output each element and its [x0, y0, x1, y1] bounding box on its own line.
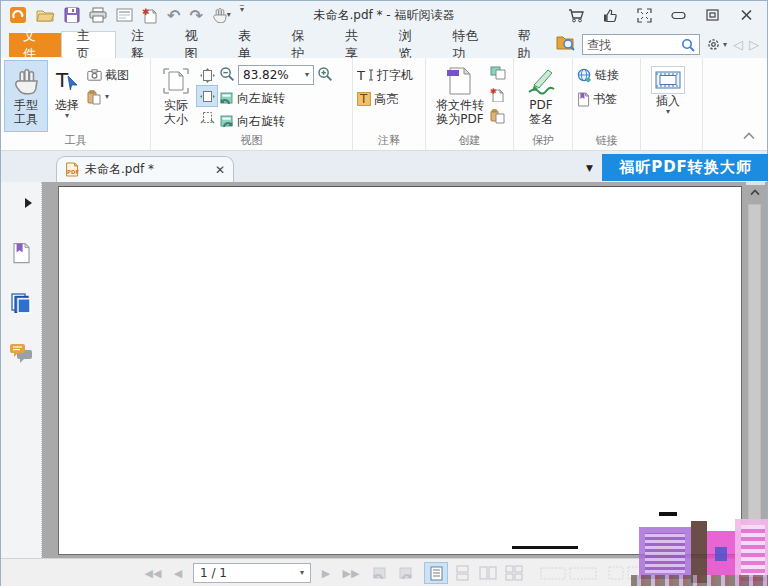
open-file-icon[interactable] — [36, 4, 55, 26]
redo-icon[interactable]: ↷ — [189, 4, 202, 26]
scroll-up-icon[interactable] — [746, 184, 763, 200]
bookmark-page-icon — [577, 92, 590, 107]
tab-view[interactable]: 视图 — [170, 32, 224, 58]
continuous-facing-view-icon[interactable] — [503, 563, 525, 583]
create-from-scanner-icon[interactable] — [490, 65, 506, 84]
convert-to-pdf-label: 将文件转换为PDF — [431, 98, 489, 126]
document-tab-close-icon[interactable]: ✕ — [215, 163, 225, 177]
convert-to-pdf-button[interactable]: 将文件转换为PDF — [430, 61, 490, 131]
document-tab[interactable]: PDF 未命名.pdf * ✕ — [56, 156, 234, 182]
status-rotate-right-icon[interactable] — [395, 563, 415, 583]
tab-file[interactable]: 文件 — [9, 33, 61, 57]
first-page-icon[interactable]: ◀◀ — [141, 563, 165, 583]
tab-list-dropdown-icon[interactable]: ▼ — [586, 163, 593, 173]
tab-comment[interactable]: 注释 — [116, 32, 170, 58]
protect-group-label: 保护 — [514, 133, 572, 148]
render-glitch-artifact — [631, 517, 768, 586]
comments-panel-icon[interactable] — [8, 340, 34, 366]
vertical-scrollbar[interactable] — [746, 184, 763, 556]
find-previous-icon[interactable]: ◁ — [733, 37, 743, 52]
save-icon[interactable] — [64, 4, 80, 26]
page-thumbnails-panel-icon[interactable] — [8, 290, 34, 316]
tab-share[interactable]: 共享 — [330, 32, 384, 58]
page-combo-caret: ▾ — [300, 569, 304, 577]
insert-film-icon — [651, 66, 685, 94]
highlight-button[interactable]: T 高亮 — [357, 89, 413, 109]
fit-width-icon[interactable] — [197, 86, 217, 106]
rotate-left-button[interactable]: 向左旋转 — [219, 88, 333, 108]
document-view[interactable] — [42, 182, 767, 558]
tools-group-label: 工具 — [1, 133, 150, 148]
like-icon[interactable] — [595, 4, 625, 26]
title-bar: ✱ ↶ ↷ ▾ ─▾ 未命名.pdf * - 福昕阅读器 — [1, 1, 767, 29]
expand-panel-icon[interactable] — [8, 190, 34, 216]
actual-size-button[interactable]: 实际大小 — [155, 61, 197, 131]
bookmark-button[interactable]: 书签 — [577, 89, 619, 109]
find-settings-icon[interactable]: ▾ — [706, 37, 727, 52]
actual-size-icon — [161, 64, 191, 98]
facing-view-icon[interactable] — [477, 563, 499, 583]
create-blank-icon[interactable]: ✱ — [490, 87, 506, 106]
tab-protect[interactable]: 保护 — [277, 32, 331, 58]
print-icon[interactable] — [89, 4, 107, 26]
last-page-icon[interactable]: ▶▶ — [339, 563, 363, 583]
document-tab-strip: PDF 未命名.pdf * ✕ ▼ 福昕PDF转换大师 — [1, 151, 767, 182]
foxit-logo-icon[interactable] — [9, 4, 27, 26]
hand-tool-dropdown-icon[interactable]: ▾ — [212, 4, 231, 26]
tab-help[interactable]: 帮助 — [502, 32, 556, 58]
convert-to-pdf-icon — [446, 64, 474, 98]
fullscreen-icon[interactable] — [629, 4, 659, 26]
clipboard-paste-button[interactable]: ▾ — [87, 87, 129, 107]
customize-toolbar-icon[interactable]: ─▾ — [240, 4, 244, 26]
next-page-icon[interactable]: ▶ — [317, 563, 335, 583]
continuous-view-icon[interactable] — [451, 563, 473, 583]
typewriter-button[interactable]: T 打字机 — [357, 65, 413, 85]
undo-icon[interactable]: ↶ — [167, 4, 180, 26]
promo-banner[interactable]: 福昕PDF转换大师 — [602, 154, 768, 181]
scrollbar-thumb[interactable] — [748, 204, 761, 536]
fit-page-icon[interactable] — [197, 65, 217, 85]
group-protect: PDF签名 保护 — [514, 58, 573, 150]
select-tool-button[interactable]: T 选择 ▾ — [47, 61, 87, 131]
find-input[interactable] — [587, 38, 681, 52]
svg-text:✱: ✱ — [490, 87, 497, 96]
tab-features[interactable]: 特色功 — [437, 32, 502, 58]
screenshot-button[interactable]: 截图 — [87, 65, 129, 85]
link-button[interactable]: 链接 — [577, 65, 619, 85]
restore-button[interactable] — [697, 4, 727, 26]
store-cart-icon[interactable] — [561, 4, 591, 26]
zoom-level-combo[interactable]: 83.82% ▾ — [238, 65, 314, 85]
collapse-ribbon-icon[interactable] — [743, 125, 755, 144]
magnifier-icon[interactable] — [681, 38, 695, 52]
tab-form[interactable]: 表单 — [223, 32, 277, 58]
globe-link-icon — [577, 68, 592, 83]
fit-visible-icon[interactable] — [197, 107, 217, 127]
previous-page-icon[interactable]: ◀ — [169, 563, 187, 583]
close-button[interactable] — [731, 4, 761, 26]
zoom-in-icon[interactable] — [317, 66, 333, 85]
new-document-icon[interactable]: ✱ — [142, 4, 158, 26]
main-area — [1, 182, 767, 558]
zoom-combo-caret: ▾ — [305, 71, 309, 79]
minimize-button[interactable] — [663, 4, 693, 26]
pdf-sign-button[interactable]: PDF签名 — [518, 61, 564, 131]
create-group-label: 创建 — [426, 133, 513, 148]
create-from-clipboard-icon[interactable] — [490, 109, 506, 128]
page-number-combo[interactable]: 1 / 1 ▾ — [193, 563, 311, 583]
hand-tool-button[interactable]: 手型工具 — [5, 61, 47, 131]
find-next-icon[interactable]: ▷ — [749, 37, 759, 52]
search-folder-icon[interactable] — [556, 34, 576, 55]
email-icon[interactable] — [116, 4, 133, 26]
hand-icon — [12, 64, 40, 98]
bookmarks-panel-icon[interactable] — [8, 240, 34, 266]
rotate-right-button[interactable]: 向右旋转 — [219, 111, 333, 131]
insert-button[interactable]: 插入 ▾ — [645, 61, 691, 131]
status-rotate-left-icon[interactable] — [369, 563, 389, 583]
group-tools: 手型工具 T 选择 ▾ 截图 ▾ 工具 — [1, 58, 151, 150]
single-page-view-icon[interactable] — [425, 563, 447, 583]
tab-home[interactable]: 主页 — [61, 31, 117, 58]
ghost-status-icon-1 — [539, 563, 599, 583]
pdf-page[interactable] — [58, 186, 742, 555]
tab-browse[interactable]: 浏览 — [384, 32, 438, 58]
zoom-out-icon[interactable] — [219, 66, 235, 85]
